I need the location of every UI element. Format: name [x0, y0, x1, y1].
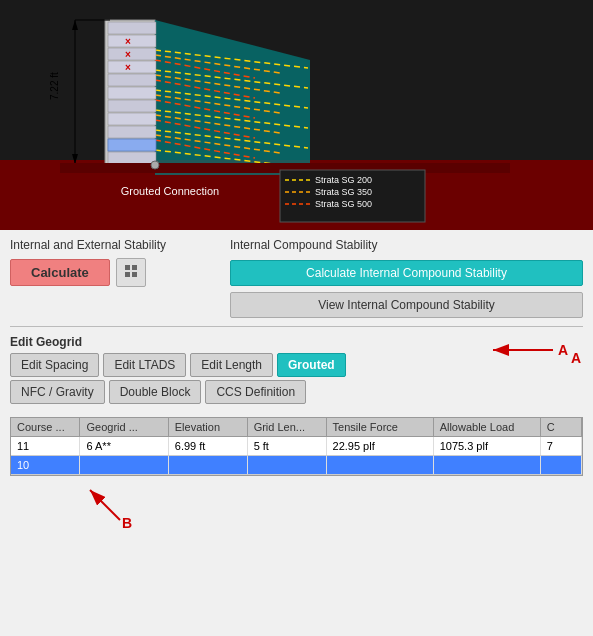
svg-text:Strata SG 500: Strata SG 500: [315, 199, 372, 209]
edit-buttons-row2: NFC / Gravity Double Block CCS Definitio…: [10, 380, 583, 404]
cell-c-10: [541, 456, 582, 474]
svg-rect-22: [108, 61, 156, 73]
edit-geogrid-section: Edit Geogrid Edit Spacing Edit LTADS Edi…: [0, 331, 593, 411]
svg-rect-20: [108, 35, 156, 47]
svg-rect-51: [132, 265, 137, 270]
internal-external-stability: Internal and External Stability Calculat…: [10, 238, 220, 318]
svg-text:B: B: [122, 515, 132, 530]
cell-c-11: 7: [541, 437, 582, 455]
annotation-a: A: [571, 350, 581, 366]
ccs-definition-button[interactable]: CCS Definition: [205, 380, 306, 404]
svg-text:7.22 ft: 7.22 ft: [49, 72, 60, 100]
calculate-button[interactable]: Calculate: [10, 259, 110, 286]
nfc-gravity-button[interactable]: NFC / Gravity: [10, 380, 105, 404]
geogrid-table: Course ... Geogrid ... Elevation Grid Le…: [10, 417, 583, 476]
cell-tensile-11: 22.95 plf: [327, 437, 434, 455]
calculate-row: Calculate: [10, 258, 220, 287]
svg-rect-27: [108, 126, 156, 138]
table-header: Course ... Geogrid ... Elevation Grid Le…: [11, 418, 582, 437]
table-row[interactable]: 10: [11, 456, 582, 475]
header-course: Course ...: [11, 418, 80, 436]
cell-elevation-11: 6.99 ft: [169, 437, 248, 455]
header-grid-len: Grid Len...: [248, 418, 327, 436]
header-tensile-force: Tensile Force: [327, 418, 434, 436]
svg-text:Strata SG 350: Strata SG 350: [315, 187, 372, 197]
header-geogrid: Geogrid ...: [80, 418, 168, 436]
svg-rect-24: [108, 87, 156, 99]
divider: [10, 326, 583, 327]
svg-rect-25: [108, 100, 156, 112]
cell-geogrid-11: 6 A**: [80, 437, 168, 455]
double-block-button[interactable]: Double Block: [109, 380, 202, 404]
grouted-button[interactable]: Grouted: [277, 353, 346, 377]
cell-grid-len-11: 5 ft: [248, 437, 327, 455]
edit-spacing-button[interactable]: Edit Spacing: [10, 353, 99, 377]
svg-rect-21: [108, 48, 156, 60]
svg-point-49: [151, 161, 159, 169]
table-section: Course ... Geogrid ... Elevation Grid Le…: [0, 411, 593, 480]
settings-icon-button[interactable]: [116, 258, 146, 287]
svg-text:×: ×: [125, 62, 131, 73]
edit-length-button[interactable]: Edit Length: [190, 353, 273, 377]
svg-marker-2: [155, 20, 310, 175]
view-internal-button[interactable]: View Internal Compound Stability: [230, 292, 583, 318]
main-wrapper: × × × 7.22 ft Strata SG 200 Strata SG 35…: [0, 0, 593, 636]
internal-compound-stability: Internal Compound Stability Calculate In…: [230, 238, 583, 318]
svg-text:×: ×: [125, 36, 131, 47]
svg-rect-30: [108, 139, 156, 151]
svg-marker-35: [72, 20, 78, 30]
svg-rect-19: [108, 22, 156, 34]
edit-ltads-button[interactable]: Edit LTADS: [103, 353, 186, 377]
cell-course-10: 10: [11, 456, 80, 474]
svg-text:×: ×: [125, 49, 131, 60]
svg-text:Strata SG 200: Strata SG 200: [315, 175, 372, 185]
cell-course-11: 11: [11, 437, 80, 455]
cell-tensile-10: [327, 456, 434, 474]
edit-buttons-row1: Edit Spacing Edit LTADS Edit Length Grou…: [10, 353, 583, 377]
stability-section: Internal and External Stability Calculat…: [0, 230, 593, 322]
cell-geogrid-10: [80, 456, 168, 474]
edit-geogrid-label: Edit Geogrid: [10, 335, 583, 349]
cell-allowable-11: 1075.3 plf: [434, 437, 541, 455]
svg-rect-23: [108, 74, 156, 86]
header-allowable-load: Allowable Load: [434, 418, 541, 436]
cell-elevation-10: [169, 456, 248, 474]
svg-text:Grouted Connection: Grouted Connection: [121, 185, 219, 197]
settings-icon: [123, 263, 139, 279]
svg-rect-26: [108, 113, 156, 125]
diagram-area: × × × 7.22 ft Strata SG 200 Strata SG 35…: [0, 0, 593, 230]
header-c: C: [541, 418, 582, 436]
svg-rect-53: [132, 272, 137, 277]
svg-rect-50: [125, 265, 130, 270]
controls-section: Internal and External Stability Calculat…: [0, 230, 593, 480]
svg-line-58: [90, 490, 120, 520]
table-row[interactable]: 11 6 A** 6.99 ft 5 ft 22.95 plf 1075.3 p…: [11, 437, 582, 456]
svg-rect-29: [108, 152, 156, 164]
cell-grid-len-10: [248, 456, 327, 474]
cell-allowable-10: [434, 456, 541, 474]
header-elevation: Elevation: [169, 418, 248, 436]
internal-external-label: Internal and External Stability: [10, 238, 220, 252]
svg-rect-52: [125, 272, 130, 277]
calculate-internal-button[interactable]: Calculate Internal Compound Stability: [230, 260, 583, 286]
internal-compound-label: Internal Compound Stability: [230, 238, 583, 252]
